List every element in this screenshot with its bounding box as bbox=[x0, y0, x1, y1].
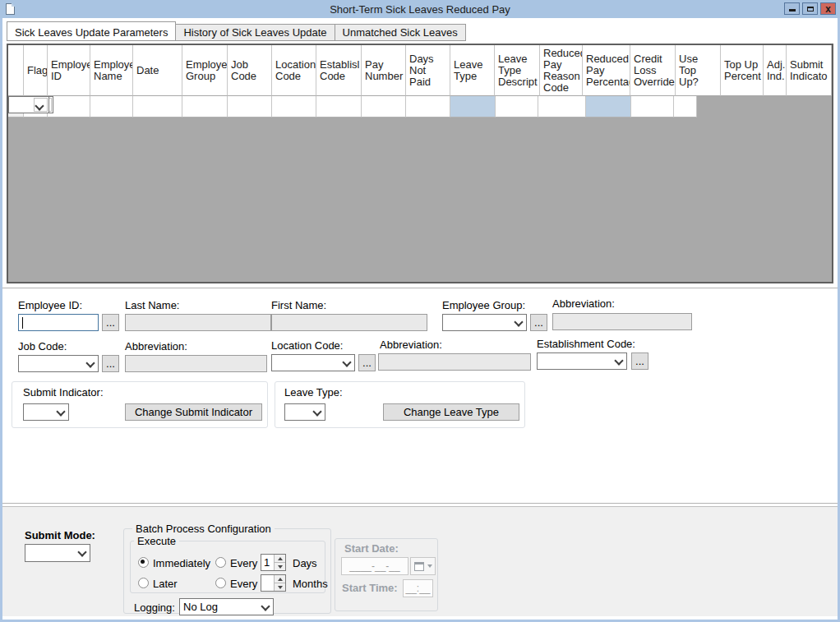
days-spin-buttons[interactable] bbox=[274, 555, 285, 570]
grid-column-header[interactable]: Employe Group bbox=[182, 45, 228, 96]
application-window: Short-Term Sick Leaves Reduced Pay x Sic… bbox=[0, 0, 840, 622]
grid-selector-header[interactable] bbox=[8, 45, 24, 96]
job-code-abbreviation-label: Abbreviation: bbox=[125, 340, 187, 352]
tab-history-of-sick-leaves-update[interactable]: History of Sick Leaves Update bbox=[176, 24, 335, 41]
radio-every-months-label: Every bbox=[230, 578, 257, 590]
chevron-down-icon bbox=[85, 358, 95, 367]
grid-cell bbox=[450, 96, 496, 117]
leave-type-combobox[interactable] bbox=[284, 403, 325, 421]
grid-cell-dropdown-button[interactable] bbox=[34, 98, 48, 112]
spin-down-icon[interactable] bbox=[275, 563, 285, 570]
close-icon: x bbox=[825, 4, 831, 14]
grid-cell[interactable] bbox=[406, 96, 450, 117]
grid-cell[interactable] bbox=[631, 96, 674, 117]
grid-cell[interactable] bbox=[272, 96, 316, 117]
grid-column-header[interactable]: Employe Name bbox=[90, 45, 133, 96]
grid-column-header[interactable]: Leave Type Descript bbox=[495, 45, 540, 96]
location-code-combobox[interactable] bbox=[271, 354, 355, 371]
grid-cell[interactable] bbox=[362, 96, 406, 117]
employee-group-browse-button[interactable]: ... bbox=[530, 314, 547, 331]
grid-column-header[interactable]: Adj. Ind. bbox=[764, 45, 787, 96]
maximize-button[interactable] bbox=[802, 2, 818, 15]
minimize-icon bbox=[789, 9, 796, 12]
calendar-picker-button[interactable] bbox=[410, 557, 436, 575]
grid-column-header[interactable]: Employe ID bbox=[48, 45, 90, 96]
tab-sick-leaves-update-parameters[interactable]: Sick Leaves Update Parameters bbox=[7, 21, 176, 41]
submit-mode-combobox[interactable] bbox=[25, 544, 90, 562]
grid-column-header[interactable]: Submit Indicato bbox=[787, 45, 832, 96]
months-stepper[interactable] bbox=[261, 574, 286, 592]
grid-column-header[interactable]: Reduced Pay Percentag bbox=[583, 45, 630, 96]
grid-cell[interactable] bbox=[228, 96, 272, 117]
job-code-label: Job Code: bbox=[18, 340, 67, 352]
parameters-form: Employee ID: ... Last Name: First Name: … bbox=[2, 288, 838, 504]
submit-indicator-combobox[interactable] bbox=[23, 403, 69, 421]
dropdown-arrow-icon bbox=[427, 564, 432, 568]
grid-cell[interactable] bbox=[133, 96, 182, 117]
grid-column-header[interactable]: Use Top Up? bbox=[676, 45, 721, 96]
grid-column-header[interactable]: Pay Number bbox=[362, 45, 406, 96]
grid-column-header[interactable]: Leave Type bbox=[450, 45, 495, 96]
radio-every-days[interactable] bbox=[215, 557, 226, 568]
grid-cell[interactable] bbox=[8, 96, 49, 113]
start-date-label: Start Date: bbox=[344, 542, 399, 555]
days-stepper[interactable]: 1 bbox=[261, 554, 286, 571]
grid-cell[interactable] bbox=[538, 96, 586, 117]
establishment-code-combobox[interactable] bbox=[537, 352, 627, 370]
months-spin-buttons[interactable] bbox=[274, 575, 285, 591]
document-icon bbox=[6, 3, 15, 15]
job-code-combobox[interactable] bbox=[18, 355, 99, 372]
establishment-code-browse-button[interactable]: ... bbox=[631, 352, 648, 370]
spin-down-icon[interactable] bbox=[275, 583, 285, 591]
grid-cell[interactable] bbox=[182, 96, 228, 117]
leave-type-label: Leave Type: bbox=[284, 386, 343, 399]
employee-group-combobox[interactable] bbox=[442, 314, 527, 331]
grid-column-header[interactable]: Location Code bbox=[272, 45, 316, 96]
change-leave-type-button[interactable]: Change Leave Type bbox=[383, 403, 519, 421]
chevron-down-icon bbox=[514, 317, 523, 326]
location-code-browse-button[interactable]: ... bbox=[358, 354, 376, 371]
radio-immediately[interactable] bbox=[138, 557, 149, 568]
months-unit-label: Months bbox=[293, 578, 328, 590]
radio-later[interactable] bbox=[138, 578, 149, 588]
grid-column-header[interactable]: Reduced Pay Reason Code bbox=[540, 45, 583, 96]
close-button[interactable]: x bbox=[820, 2, 836, 15]
batch-group-title: Batch Process Configuration bbox=[132, 523, 275, 535]
grid-column-header[interactable]: Flag bbox=[24, 45, 48, 96]
grid-column-header[interactable]: Establisl Code bbox=[316, 45, 362, 96]
grid-header-row: FlagEmploye IDEmploye NameDateEmploye Gr… bbox=[8, 45, 832, 96]
grid-cell[interactable] bbox=[316, 96, 362, 117]
batch-process-configuration-group: Batch Process Configuration Execute Imme… bbox=[123, 528, 331, 614]
start-date-field[interactable]: ____-__-__ bbox=[341, 557, 408, 575]
grid-cell[interactable] bbox=[90, 96, 133, 117]
employee-id-browse-button[interactable]: ... bbox=[102, 314, 119, 331]
grid-cell[interactable] bbox=[496, 96, 538, 117]
radio-every-months[interactable] bbox=[215, 578, 226, 588]
start-time-field[interactable]: __:__ bbox=[403, 579, 433, 597]
employee-id-input[interactable] bbox=[18, 314, 99, 331]
grid-column-header[interactable]: Date bbox=[133, 45, 182, 96]
logging-label: Logging: bbox=[134, 601, 175, 614]
grid-cell[interactable] bbox=[674, 96, 697, 117]
spin-up-icon[interactable] bbox=[275, 575, 285, 583]
logging-combobox[interactable]: No Log bbox=[179, 598, 274, 615]
spin-up-icon[interactable] bbox=[275, 555, 285, 563]
grid-column-header[interactable]: Credit Loss Override bbox=[630, 45, 676, 96]
employee-group-abbreviation-label: Abbreviation: bbox=[552, 297, 615, 310]
radio-every-days-label: Every bbox=[230, 557, 257, 569]
tab-strip: Sick Leaves Update Parameters History of… bbox=[7, 21, 466, 41]
submit-indicator-label: Submit Indicator: bbox=[23, 386, 104, 399]
chevron-down-icon bbox=[342, 357, 351, 366]
tab-unmatched-sick-leaves[interactable]: Unmatched Sick Leaves bbox=[335, 24, 466, 41]
establishment-code-label: Establishment Code: bbox=[537, 338, 635, 350]
grid-cell[interactable] bbox=[48, 96, 90, 117]
window-title: Short-Term Sick Leaves Reduced Pay bbox=[0, 3, 840, 16]
grid-column-header[interactable]: Top Up Percent bbox=[721, 45, 764, 96]
job-code-browse-button[interactable]: ... bbox=[102, 355, 119, 372]
grid-column-header[interactable]: Days Not Paid bbox=[406, 45, 450, 96]
titlebar: Short-Term Sick Leaves Reduced Pay x bbox=[0, 0, 840, 18]
minimize-button[interactable] bbox=[784, 2, 800, 15]
first-name-label: First Name: bbox=[271, 299, 326, 311]
change-submit-indicator-button[interactable]: Change Submit Indicator bbox=[125, 403, 262, 421]
grid-column-header[interactable]: Job Code bbox=[228, 45, 272, 96]
